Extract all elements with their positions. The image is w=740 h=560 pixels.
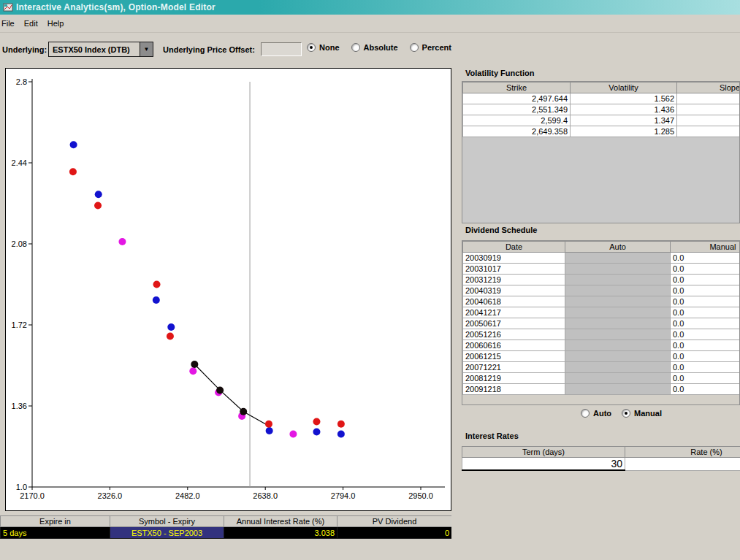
blue-point[interactable] xyxy=(266,427,273,434)
column-header[interactable]: Strike xyxy=(463,83,571,93)
column-header[interactable]: Volatility xyxy=(571,83,677,93)
blue-point[interactable] xyxy=(95,191,102,198)
table-cell[interactable]: 20060616 xyxy=(463,340,565,351)
table-cell[interactable]: 0.0 xyxy=(671,340,740,351)
blue-point[interactable] xyxy=(70,141,77,148)
split-divider[interactable] xyxy=(451,66,461,560)
column-header[interactable]: Manual xyxy=(671,242,740,253)
table-cell[interactable]: 0.0 xyxy=(671,285,740,296)
fit-point[interactable] xyxy=(216,386,224,394)
fit-point[interactable] xyxy=(191,361,198,368)
table-cell[interactable]: 20040618 xyxy=(463,296,565,307)
red-point[interactable] xyxy=(153,281,161,288)
table-cell[interactable]: 1.347 xyxy=(571,115,677,126)
red-point[interactable] xyxy=(94,202,102,210)
table-cell[interactable]: 20031219 xyxy=(463,275,565,285)
blue-point[interactable] xyxy=(337,431,345,438)
table-cell[interactable] xyxy=(565,351,671,362)
table-cell[interactable] xyxy=(565,253,671,264)
dividend-radio-auto[interactable]: Auto xyxy=(581,409,611,418)
table-cell[interactable]: 0.0 xyxy=(671,329,740,340)
table-cell[interactable] xyxy=(565,362,671,373)
table-cell[interactable] xyxy=(625,458,740,471)
table-cell[interactable]: 0.0 xyxy=(671,362,740,373)
table-cell[interactable]: 2,649.358 xyxy=(463,126,571,137)
table-cell[interactable]: 20030919 xyxy=(463,253,565,264)
column-header[interactable]: Slope xyxy=(677,83,740,93)
table-cell[interactable]: 20040319 xyxy=(463,285,565,296)
menu-help[interactable]: Help xyxy=(45,17,71,30)
table-cell[interactable]: 0.0 xyxy=(671,351,740,362)
red-point[interactable] xyxy=(313,418,320,426)
offset-radio-absolute[interactable]: Absolute xyxy=(351,43,398,52)
volatility-smile-chart[interactable]: 2170.02326.02482.02638.02794.02950.02.82… xyxy=(6,69,451,510)
column-header[interactable]: Symbol - Expiry xyxy=(110,516,224,527)
table-cell[interactable]: 5 days xyxy=(1,527,110,539)
table-cell[interactable] xyxy=(565,296,671,307)
table-cell[interactable]: 2,497.644 xyxy=(463,93,571,104)
table-cell[interactable]: 0.0 xyxy=(671,275,740,285)
table-cell[interactable] xyxy=(565,384,671,395)
red-point[interactable] xyxy=(337,421,345,428)
table-cell[interactable] xyxy=(677,93,740,104)
table-cell[interactable] xyxy=(565,340,671,351)
table-cell[interactable]: 1.562 xyxy=(571,93,677,104)
table-cell[interactable] xyxy=(565,329,671,340)
red-point[interactable] xyxy=(265,421,272,428)
table-cell[interactable]: 0.0 xyxy=(671,296,740,307)
blue-point[interactable] xyxy=(313,428,320,435)
table-cell[interactable]: 20071221 xyxy=(463,362,565,373)
table-cell[interactable]: 0.0 xyxy=(671,307,740,318)
column-header[interactable]: Rate (%) xyxy=(625,447,740,458)
table-cell[interactable]: 1.285 xyxy=(571,126,677,137)
column-header[interactable]: PV Dividend xyxy=(337,516,452,527)
red-point[interactable] xyxy=(167,332,174,340)
table-cell[interactable]: 0.0 xyxy=(671,318,740,329)
fit-point[interactable] xyxy=(240,408,247,415)
column-header[interactable]: Auto xyxy=(565,242,671,253)
dividend-radio-manual[interactable]: Manual xyxy=(622,409,662,418)
underlying-combobox[interactable]: ESTX50 Index (DTB) ▼ xyxy=(48,42,153,57)
offset-radio-none[interactable]: None xyxy=(307,43,340,52)
blue-point[interactable] xyxy=(167,323,175,331)
chevron-down-icon[interactable]: ▼ xyxy=(140,42,153,56)
red-point[interactable] xyxy=(69,168,77,175)
table-cell[interactable]: ESTX50 - SEP2003 xyxy=(110,527,224,539)
table-cell[interactable]: 3.038 xyxy=(224,527,337,539)
table-cell[interactable]: 20031017 xyxy=(463,264,565,275)
table-cell[interactable]: 0.0 xyxy=(671,253,740,264)
column-header[interactable]: Term (days) xyxy=(462,447,625,458)
table-cell[interactable]: 20061215 xyxy=(463,351,565,362)
magenta-point[interactable] xyxy=(189,367,197,375)
table-cell[interactable]: 20091218 xyxy=(463,384,565,395)
table-cell[interactable] xyxy=(565,285,671,296)
table-cell[interactable] xyxy=(565,275,671,285)
table-cell[interactable] xyxy=(565,264,671,275)
blue-point[interactable] xyxy=(153,296,160,304)
table-cell[interactable] xyxy=(565,373,671,384)
price-offset-input[interactable] xyxy=(261,42,302,56)
chart-panel[interactable]: 2170.02326.02482.02638.02794.02950.02.82… xyxy=(5,68,451,511)
title-bar[interactable]: Interactive Analytics(sm), Option-Model … xyxy=(0,0,740,15)
table-cell[interactable]: 1.436 xyxy=(571,104,677,115)
table-cell[interactable] xyxy=(677,126,740,137)
table-cell[interactable]: 20081219 xyxy=(463,373,565,384)
table-cell[interactable] xyxy=(565,307,671,318)
table-cell[interactable]: 2,551.349 xyxy=(463,104,571,115)
column-header[interactable]: Expire in xyxy=(1,516,110,527)
table-cell[interactable] xyxy=(565,318,671,329)
menu-file[interactable]: File xyxy=(0,17,21,30)
magenta-point[interactable] xyxy=(289,431,297,438)
table-cell[interactable]: 20041217 xyxy=(463,307,565,318)
table-cell[interactable]: 0.0 xyxy=(671,373,740,384)
column-header[interactable]: Date xyxy=(463,242,565,253)
table-cell[interactable]: 2,599.4 xyxy=(463,115,571,126)
table-cell[interactable]: 0.0 xyxy=(671,264,740,275)
offset-radio-percent[interactable]: Percent xyxy=(410,43,451,52)
table-cell[interactable]: 20050617 xyxy=(463,318,565,329)
table-cell[interactable]: 30 xyxy=(462,458,625,471)
table-cell[interactable]: 0.0 xyxy=(671,384,740,395)
magenta-point[interactable] xyxy=(118,238,126,245)
column-header[interactable]: Annual Interest Rate (%) xyxy=(224,516,337,527)
table-cell[interactable] xyxy=(677,115,740,126)
